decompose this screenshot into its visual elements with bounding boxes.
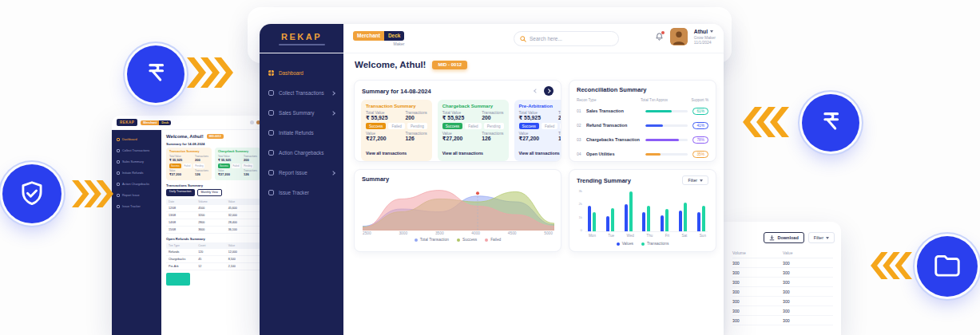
bell-icon[interactable]	[250, 120, 254, 124]
transactions-table: Date Volume Value 12/08450045,60013/0832…	[166, 199, 260, 234]
dashboard-icon	[117, 138, 120, 141]
sidebar-item-issue-tracker[interactable]: Issue Tracker	[112, 201, 161, 212]
sidebar-item-sales-summary[interactable]: Sales Summary	[260, 103, 343, 123]
bar	[702, 206, 705, 231]
chart-marker	[476, 191, 479, 195]
mini-topbar: REKAP Merchant Deck	[112, 116, 265, 130]
table-cell: 300	[732, 270, 783, 275]
panel-value: 126	[405, 136, 427, 141]
table-cell: 300	[732, 309, 783, 313]
bar	[647, 206, 650, 231]
sidebar-item-report-issue[interactable]: Report Issue	[112, 190, 161, 201]
sidebar-item-dashboard[interactable]: Dashboard	[260, 63, 343, 83]
rupee-icon	[142, 61, 169, 88]
table-header: Txn Type Count Value	[166, 242, 260, 249]
tab-pending[interactable]: Pending	[560, 123, 561, 129]
table-row: 04 Open Utilities 35%	[569, 147, 716, 161]
x-tick-label: Sun	[700, 234, 706, 238]
panel-value: ₹ 55,925	[366, 115, 387, 121]
tab-success[interactable]: Success	[519, 123, 539, 129]
chevron-down-icon	[710, 30, 713, 33]
sidebar-item-collect-transactions[interactable]: Collect Transactions	[260, 83, 343, 103]
tab-pending[interactable]: Pending	[242, 164, 253, 168]
sidebar-item-initiate-refunds[interactable]: Initiate Refunds	[112, 168, 161, 179]
table-cell: 300	[732, 280, 783, 285]
brand-merchant: Merchant	[353, 31, 384, 41]
search-input[interactable]: Search here...	[514, 31, 619, 46]
panel-value: 200	[558, 115, 561, 120]
sidebar-item-label: Initiate Refunds	[122, 171, 143, 175]
sidebar-item-report-issue[interactable]: Report Issue	[260, 163, 343, 183]
tab-monthly-view[interactable]: Monthly View	[197, 189, 222, 196]
view-all-transactions-link[interactable]: View all transactions	[442, 151, 483, 156]
tab-daily-transaction[interactable]: Daily Transaction	[166, 189, 195, 196]
x-tick-label: 3000	[399, 231, 407, 235]
carousel-prev-button[interactable]	[531, 87, 540, 96]
sidebar-item-sales-summary[interactable]: Sales Summary	[112, 156, 161, 168]
sidebar-item-issue-tracker[interactable]: Issue Tracker	[260, 183, 343, 203]
view-all-transactions-link[interactable]: View all transactions	[366, 151, 407, 156]
chevron-down-icon	[826, 237, 829, 239]
column-header: Value	[783, 250, 833, 255]
bell-icon[interactable]	[655, 32, 664, 41]
column-header: Date	[169, 200, 198, 203]
view-all-transactions-link[interactable]: View all transactions	[519, 151, 560, 156]
logo-tagline	[279, 44, 325, 45]
table-row: 300300	[732, 287, 833, 297]
filter-dropdown[interactable]: Filter	[682, 175, 708, 185]
search-placeholder: Search here...	[530, 36, 562, 41]
tab-pending[interactable]: Pending	[484, 123, 504, 129]
sidebar-item-label: Initiate Refunds	[279, 130, 314, 136]
tab-failed[interactable]: Failed	[388, 123, 405, 129]
table-cell: Pre-Arb	[169, 265, 198, 268]
sidebar-item-dashboard[interactable]: Dashboard	[112, 134, 161, 145]
progress-bar	[645, 139, 688, 141]
bar-group	[642, 189, 650, 231]
summary-x-labels: 250030003500400045005000	[355, 231, 561, 235]
bar	[611, 208, 614, 231]
tab-failed[interactable]: Failed	[542, 123, 558, 129]
sidebar-item-action-chargebacks[interactable]: Action Chargebacks	[112, 179, 161, 190]
tab-failed[interactable]: Failed	[183, 164, 192, 168]
table-cell: 15/08	[169, 228, 198, 231]
avatar[interactable]	[670, 28, 688, 45]
column-header: Volume	[732, 250, 783, 255]
tab-success[interactable]: Success	[169, 164, 181, 168]
table-row: Refunds12012,000	[166, 249, 260, 256]
tab-success[interactable]: Success	[442, 123, 462, 129]
table-row: 02 Refund Transaction 41%	[569, 118, 716, 132]
panel-value: ₹27,200	[519, 136, 540, 142]
sidebar-item-action-chargebacks[interactable]: Action Chargebacks	[260, 143, 343, 163]
bar	[665, 209, 669, 231]
table-row: Pre-Arb122,100	[166, 263, 260, 270]
sidebar-item-label: Dashboard	[279, 70, 304, 76]
bar-group	[697, 189, 705, 231]
table-cell: 300	[732, 261, 783, 266]
mini-content: Welcome, Athul! MID-0012 Summary for 14-…	[161, 130, 265, 335]
panel-value: 126	[195, 172, 208, 176]
table-cell: 3600	[198, 228, 228, 231]
tab-failed[interactable]: Failed	[232, 164, 241, 168]
sidebar-item-collect-transactions[interactable]: Collect Transactions	[112, 145, 161, 156]
bar	[606, 216, 609, 231]
carousel-next-button[interactable]	[544, 86, 553, 96]
table-row: 03 Chargebacks Transaction 78%	[569, 132, 716, 147]
tracker-icon	[117, 205, 120, 208]
bar	[661, 215, 664, 231]
table-body: 12/08450045,60013/08320032,00014/0828002…	[166, 205, 260, 234]
tab-pending[interactable]: Pending	[193, 164, 204, 168]
column-header: Value	[228, 200, 258, 203]
table-body: 3003003003003003003003003003003003003003…	[732, 258, 833, 325]
user-menu[interactable]: Athul Grow Maker 11/1/2024	[694, 29, 716, 45]
tab-success[interactable]: Success	[366, 123, 386, 129]
tab-pending[interactable]: Pending	[407, 123, 427, 129]
rupee-badge	[802, 94, 859, 152]
card-title: Trending Summary	[577, 177, 631, 184]
tab-failed[interactable]: Failed	[465, 123, 482, 129]
x-tick-label: Sat	[681, 234, 687, 238]
sidebar-item-label: Dashboard	[122, 138, 137, 141]
download-button[interactable]: Download	[764, 232, 803, 243]
filter-dropdown[interactable]: Filter	[808, 232, 835, 243]
sidebar-item-initiate-refunds[interactable]: Initiate Refunds	[260, 123, 343, 143]
tab-success[interactable]: Success	[218, 164, 230, 168]
